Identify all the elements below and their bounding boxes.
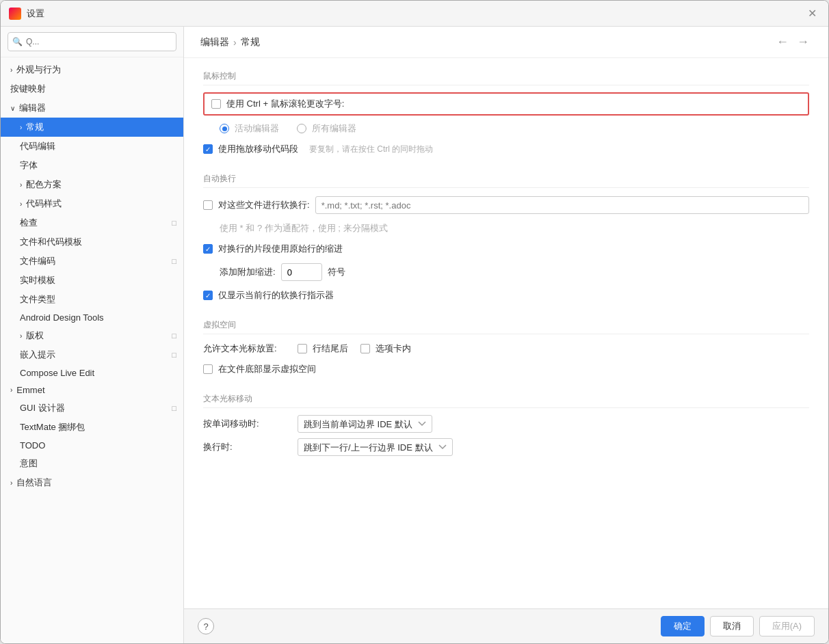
search-wrap: 🔍: [8, 32, 176, 51]
sidebar-item-appearance[interactable]: › 外观与行为: [1, 60, 183, 79]
apply-button[interactable]: 应用(A): [759, 616, 815, 636]
show-at-bottom-checkbox[interactable]: [203, 364, 213, 374]
breadcrumb: 编辑器 › 常规 ← →: [184, 27, 828, 58]
original-indent-row: 对换行的片段使用原始行的缩进: [203, 241, 809, 256]
sidebar-item-label: 外观与行为: [16, 64, 61, 76]
show-at-bottom-row: 在文件底部显示虚拟空间: [203, 362, 809, 377]
sidebar-item-label: 版权: [26, 330, 44, 342]
sidebar-item-file-type[interactable]: 文件类型: [1, 290, 183, 309]
ctrl-scroll-checkbox[interactable]: [211, 99, 221, 109]
arrow-icon: ›: [20, 181, 22, 189]
soft-wrap-input[interactable]: [315, 196, 809, 214]
caret-movement-section: 文本光标移动 按单词移动时: 跳到当前单词边界 IDE 默认 换行时: 跳到下一…: [203, 393, 809, 456]
window-body: 🔍 › 外观与行为 按键映射 ∨ 编辑器 ›: [1, 27, 828, 643]
sidebar-item-label: 文件类型: [20, 293, 55, 306]
sidebar-item-label: 文件和代码模板: [20, 236, 82, 248]
show-current-checkbox[interactable]: [203, 291, 213, 300]
search-input[interactable]: [8, 32, 176, 51]
inspections-badge: □: [172, 219, 176, 227]
line-change-row: 换行时: 跳到下一行/上一行边界 IDE 默认: [203, 438, 809, 456]
sidebar-item-label: Compose Live Edit: [20, 368, 94, 378]
nav-forward-button[interactable]: →: [794, 33, 812, 51]
breadcrumb-part1: 编辑器: [200, 36, 229, 49]
show-current-label: 仅显示当前行的软换行指示器: [218, 289, 334, 301]
sidebar-item-label: 实时模板: [20, 274, 55, 286]
ctrl-scroll-setting: 使用 Ctrl + 鼠标滚轮更改字号:: [203, 92, 809, 116]
radio-all-editors[interactable]: [297, 124, 306, 133]
sidebar-item-inlay-hints[interactable]: 嵌入提示 □: [1, 345, 183, 364]
radio-active-editor[interactable]: [220, 124, 229, 133]
add-indent-row: 添加附加缩进: 符号: [203, 262, 809, 282]
sidebar-item-label: 自然语言: [16, 477, 52, 489]
sidebar-item-live-template[interactable]: 实时模板: [1, 271, 183, 290]
original-indent-label: 对换行的片段使用原始行的缩进: [218, 243, 343, 255]
footer-left: ?: [198, 618, 661, 634]
drag-move-row: 使用拖放移动代码段 要复制，请在按住 Ctrl 的同时拖动: [203, 142, 809, 157]
file-encoding-badge: □: [172, 257, 176, 265]
arrow-icon: ›: [10, 479, 12, 487]
sidebar-item-emmet[interactable]: › Emmet: [1, 381, 183, 399]
sidebar-item-inspections[interactable]: 检查 □: [1, 213, 183, 232]
sidebar-item-file-template[interactable]: 文件和代码模板: [1, 232, 183, 252]
sidebar-list: › 外观与行为 按键映射 ∨ 编辑器 › 常规 代码编辑 字: [1, 57, 183, 643]
sidebar-item-compose-live[interactable]: Compose Live Edit: [1, 364, 183, 381]
line-change-select[interactable]: 跳到下一行/上一行边界 IDE 默认: [298, 438, 453, 456]
sidebar-item-color-scheme[interactable]: › 配色方案: [1, 175, 183, 194]
sidebar: 🔍 › 外观与行为 按键映射 ∨ 编辑器 ›: [1, 27, 184, 643]
add-indent-label: 添加附加缩进:: [220, 266, 276, 278]
virtual-space-title: 虚拟空间: [203, 319, 809, 334]
breadcrumb-part2: 常规: [241, 36, 260, 49]
help-button[interactable]: ?: [198, 618, 214, 634]
soft-wrap-section: 自动换行 对这些文件进行软换行: 使用 * 和 ? 作为通配符，使用 ; 来分隔…: [203, 173, 809, 303]
sidebar-item-todo[interactable]: TODO: [1, 437, 183, 454]
search-icon: 🔍: [12, 37, 23, 46]
in-tab-label: 选项卡内: [376, 343, 411, 355]
close-button[interactable]: ✕: [804, 5, 820, 22]
title-bar: 设置 ✕: [1, 1, 828, 27]
sidebar-item-editor[interactable]: ∨ 编辑器: [1, 98, 183, 118]
window-title: 设置: [27, 8, 804, 20]
sidebar-item-natural-lang[interactable]: › 自然语言: [1, 473, 183, 492]
arrow-icon: ∨: [10, 105, 15, 112]
sidebar-item-label: TODO: [20, 440, 45, 451]
mouse-control-title: 鼠标控制: [203, 70, 809, 85]
in-tab-checkbox[interactable]: [360, 344, 370, 353]
sidebar-item-intention[interactable]: 意图: [1, 454, 183, 473]
end-of-line-checkbox[interactable]: [298, 344, 307, 353]
arrow-icon: ›: [20, 124, 22, 131]
allow-caret-label: 允许文本光标放置:: [203, 343, 285, 355]
cancel-button[interactable]: 取消: [710, 616, 754, 636]
arrow-icon: ›: [10, 386, 12, 394]
ok-button[interactable]: 确定: [661, 616, 705, 636]
sidebar-item-font[interactable]: 字体: [1, 156, 183, 175]
sidebar-item-textmate[interactable]: TextMate 捆绑包: [1, 418, 183, 437]
sidebar-item-label: 检查: [20, 217, 38, 229]
sidebar-item-gui-designer[interactable]: GUI 设计器 □: [1, 399, 183, 418]
footer-right: 确定 取消 应用(A): [661, 616, 815, 636]
add-indent-unit: 符号: [328, 266, 345, 278]
sidebar-item-keymap[interactable]: 按键映射: [1, 79, 183, 98]
word-move-row: 按单词移动时: 跳到当前单词边界 IDE 默认: [203, 415, 809, 433]
soft-wrap-hint-row: 使用 * 和 ? 作为通配符，使用 ; 来分隔模式: [203, 221, 809, 236]
word-move-select[interactable]: 跳到当前单词边界 IDE 默认: [298, 415, 432, 433]
add-indent-input[interactable]: [281, 263, 322, 281]
main-panel: 编辑器 › 常规 ← → 鼠标控制 使用 Ctrl + 鼠标滚轮更改字号:: [184, 27, 828, 643]
arrow-icon: ›: [20, 332, 22, 340]
sidebar-item-copyright[interactable]: › 版权 □: [1, 326, 183, 345]
sidebar-item-android-design[interactable]: Android Design Tools: [1, 309, 183, 326]
radio-row: 活动编辑器 所有编辑器: [203, 121, 809, 136]
soft-wrap-checkbox[interactable]: [203, 200, 213, 210]
radio-active-label: 活动编辑器: [235, 122, 279, 135]
nav-back-button[interactable]: ←: [774, 33, 791, 51]
sidebar-item-file-encoding[interactable]: 文件编码 □: [1, 252, 183, 271]
sidebar-item-label: 嵌入提示: [20, 349, 55, 361]
original-indent-checkbox[interactable]: [203, 244, 213, 254]
caret-movement-title: 文本光标移动: [203, 393, 809, 408]
inlay-badge: □: [172, 351, 176, 359]
settings-window: 设置 ✕ 🔍 › 外观与行为 按键映射 ∨: [0, 0, 829, 644]
sidebar-item-general[interactable]: › 常规: [1, 118, 183, 137]
sidebar-item-code-editing[interactable]: 代码编辑: [1, 137, 183, 156]
mouse-control-section: 鼠标控制 使用 Ctrl + 鼠标滚轮更改字号: 活动编辑器 所有编辑器: [203, 70, 809, 157]
drag-move-checkbox[interactable]: [203, 144, 213, 154]
sidebar-item-code-style[interactable]: › 代码样式: [1, 194, 183, 213]
